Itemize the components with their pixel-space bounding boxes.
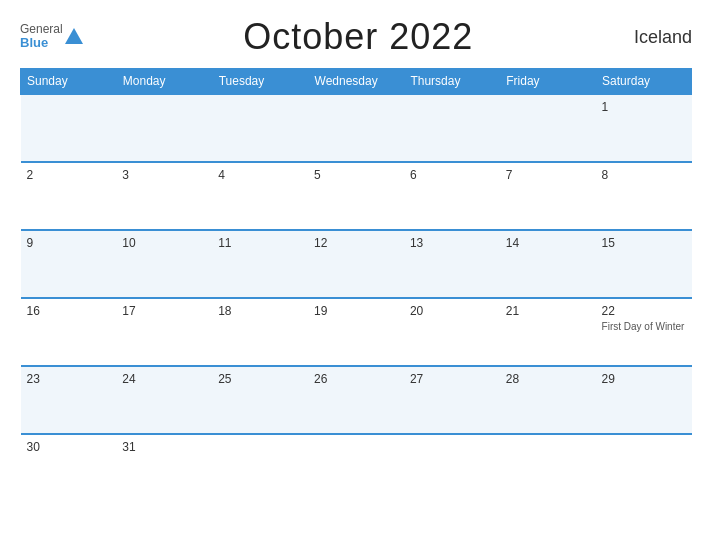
col-tuesday: Tuesday	[212, 69, 308, 95]
calendar-cell: 8	[596, 162, 692, 230]
day-number: 30	[27, 440, 111, 454]
calendar-cell: 5	[308, 162, 404, 230]
page-header: General Blue October 2022 Iceland	[20, 16, 692, 58]
day-number: 7	[506, 168, 590, 182]
calendar-week-row: 9101112131415	[21, 230, 692, 298]
col-wednesday: Wednesday	[308, 69, 404, 95]
day-number: 15	[602, 236, 686, 250]
page-title: October 2022	[243, 16, 473, 58]
calendar-cell	[404, 434, 500, 502]
calendar-cell: 31	[116, 434, 212, 502]
calendar-cell: 17	[116, 298, 212, 366]
day-number: 10	[122, 236, 206, 250]
calendar-cell: 25	[212, 366, 308, 434]
day-number: 27	[410, 372, 494, 386]
calendar-cell: 27	[404, 366, 500, 434]
calendar-cell	[596, 434, 692, 502]
calendar-week-row: 3031	[21, 434, 692, 502]
logo: General Blue	[20, 23, 83, 50]
calendar-cell: 14	[500, 230, 596, 298]
calendar-cell: 13	[404, 230, 500, 298]
day-number: 8	[602, 168, 686, 182]
days-of-week-row: Sunday Monday Tuesday Wednesday Thursday…	[21, 69, 692, 95]
calendar-cell: 9	[21, 230, 117, 298]
calendar-cell: 21	[500, 298, 596, 366]
calendar-cell: 30	[21, 434, 117, 502]
event-label: First Day of Winter	[602, 320, 686, 333]
calendar-cell	[21, 94, 117, 162]
calendar-cell: 1	[596, 94, 692, 162]
calendar-week-row: 16171819202122First Day of Winter	[21, 298, 692, 366]
day-number: 5	[314, 168, 398, 182]
day-number: 1	[602, 100, 686, 114]
day-number: 11	[218, 236, 302, 250]
logo-text: General Blue	[20, 23, 63, 50]
calendar-cell: 15	[596, 230, 692, 298]
calendar-cell	[116, 94, 212, 162]
day-number: 25	[218, 372, 302, 386]
day-number: 22	[602, 304, 686, 318]
day-number: 24	[122, 372, 206, 386]
day-number: 18	[218, 304, 302, 318]
country-label: Iceland	[634, 27, 692, 48]
calendar-cell: 24	[116, 366, 212, 434]
col-thursday: Thursday	[404, 69, 500, 95]
day-number: 13	[410, 236, 494, 250]
calendar-cell: 2	[21, 162, 117, 230]
logo-triangle-icon	[65, 28, 83, 44]
calendar-cell	[212, 94, 308, 162]
calendar-cell	[212, 434, 308, 502]
calendar-table: Sunday Monday Tuesday Wednesday Thursday…	[20, 68, 692, 502]
logo-blue-label: Blue	[20, 36, 63, 50]
calendar-week-row: 2345678	[21, 162, 692, 230]
day-number: 29	[602, 372, 686, 386]
calendar-cell: 6	[404, 162, 500, 230]
calendar-cell: 19	[308, 298, 404, 366]
calendar-cell	[500, 94, 596, 162]
calendar-cell: 7	[500, 162, 596, 230]
calendar-body: 12345678910111213141516171819202122First…	[21, 94, 692, 502]
calendar-cell	[308, 94, 404, 162]
calendar-cell: 28	[500, 366, 596, 434]
calendar-cell	[308, 434, 404, 502]
calendar-cell: 3	[116, 162, 212, 230]
day-number: 16	[27, 304, 111, 318]
day-number: 4	[218, 168, 302, 182]
day-number: 21	[506, 304, 590, 318]
calendar-cell: 29	[596, 366, 692, 434]
calendar-cell: 12	[308, 230, 404, 298]
day-number: 31	[122, 440, 206, 454]
col-sunday: Sunday	[21, 69, 117, 95]
calendar-cell: 18	[212, 298, 308, 366]
day-number: 28	[506, 372, 590, 386]
calendar-cell: 11	[212, 230, 308, 298]
day-number: 23	[27, 372, 111, 386]
calendar-week-row: 23242526272829	[21, 366, 692, 434]
calendar-header: Sunday Monday Tuesday Wednesday Thursday…	[21, 69, 692, 95]
day-number: 19	[314, 304, 398, 318]
calendar-cell	[500, 434, 596, 502]
calendar-cell: 22First Day of Winter	[596, 298, 692, 366]
day-number: 26	[314, 372, 398, 386]
calendar-cell: 16	[21, 298, 117, 366]
day-number: 9	[27, 236, 111, 250]
calendar-cell: 26	[308, 366, 404, 434]
day-number: 3	[122, 168, 206, 182]
day-number: 14	[506, 236, 590, 250]
day-number: 2	[27, 168, 111, 182]
calendar-cell: 20	[404, 298, 500, 366]
col-friday: Friday	[500, 69, 596, 95]
day-number: 17	[122, 304, 206, 318]
calendar-cell	[404, 94, 500, 162]
calendar-week-row: 1	[21, 94, 692, 162]
col-saturday: Saturday	[596, 69, 692, 95]
calendar-page: General Blue October 2022 Iceland Sunday…	[0, 0, 712, 550]
col-monday: Monday	[116, 69, 212, 95]
day-number: 20	[410, 304, 494, 318]
calendar-cell: 23	[21, 366, 117, 434]
day-number: 6	[410, 168, 494, 182]
day-number: 12	[314, 236, 398, 250]
calendar-cell: 10	[116, 230, 212, 298]
calendar-cell: 4	[212, 162, 308, 230]
